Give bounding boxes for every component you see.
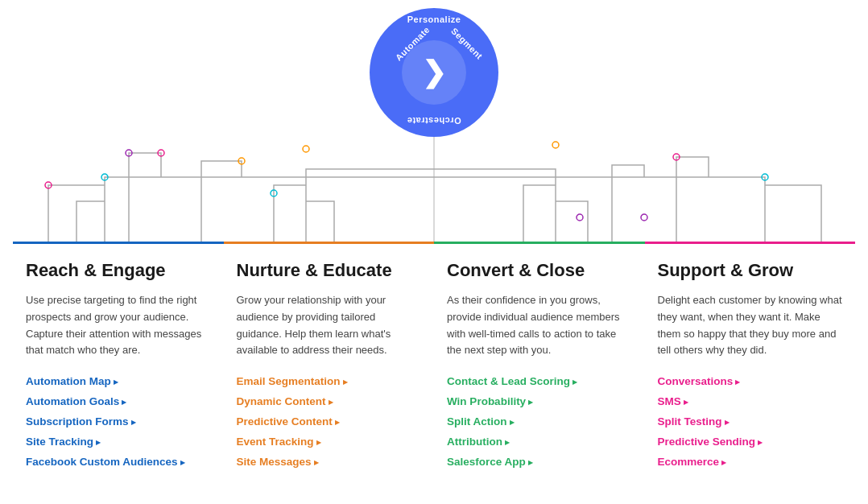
link-attribution[interactable]: Attribution	[447, 436, 632, 448]
link-subscription-forms[interactable]: Subscription Forms	[26, 415, 211, 428]
link-dynamic-content[interactable]: Dynamic Content	[237, 395, 422, 407]
label-personalize: Personalize	[407, 14, 461, 24]
chevron-icon: ❯	[422, 58, 446, 87]
link-conversations[interactable]: Conversations	[658, 375, 843, 387]
link-win-probability[interactable]: Win Probability	[447, 395, 632, 407]
link-predictive-sending[interactable]: Predictive Sending	[658, 436, 843, 448]
link-event-tracking[interactable]: Event Tracking	[237, 436, 422, 448]
link-predictive-content[interactable]: Predictive Content	[237, 415, 422, 428]
col-nurture: Nurture & Educate Grow your relationship…	[224, 242, 435, 476]
link-site-tracking[interactable]: Site Tracking	[26, 436, 211, 448]
col-nurture-title: Nurture & Educate	[237, 260, 422, 281]
svg-point-11	[641, 214, 647, 221]
col-convert: Convert & Close As their confidence in y…	[434, 242, 645, 476]
col-reach-title: Reach & Engage	[26, 260, 211, 281]
col-nurture-desc: Grow your relationship with your audienc…	[237, 292, 422, 359]
col-convert-title: Convert & Close	[447, 260, 632, 281]
col-support-desc: Delight each customer by knowing what th…	[658, 292, 843, 359]
link-automation-goals[interactable]: Automation Goals	[26, 395, 211, 407]
link-sms[interactable]: SMS	[658, 395, 843, 407]
svg-point-8	[552, 142, 559, 148]
col-convert-desc: As their confidence in you grows, provid…	[447, 292, 632, 359]
link-email-segmentation[interactable]: Email Segmentation	[237, 375, 422, 387]
label-orchestrate: Orchestrate	[407, 116, 461, 126]
link-facebook-custom[interactable]: Facebook Custom Audiences	[26, 456, 211, 468]
link-contact-lead-scoring[interactable]: Contact & Lead Scoring	[447, 375, 632, 387]
col-support: Support & Grow Delight each customer by …	[645, 242, 856, 476]
link-automation-map[interactable]: Automation Map	[26, 375, 211, 387]
link-split-action[interactable]: Split Action	[447, 415, 632, 428]
col-support-title: Support & Grow	[658, 260, 843, 281]
link-site-messages[interactable]: Site Messages	[237, 456, 422, 468]
link-ecommerce[interactable]: Ecommerce	[658, 456, 843, 468]
link-salesforce-app[interactable]: Salesforce App	[447, 456, 632, 468]
col-reach-desc: Use precise targeting to find the right …	[26, 292, 211, 359]
col-reach: Reach & Engage Use precise targeting to …	[13, 242, 224, 476]
center-circle[interactable]: Personalize Automate Segment Orchestrate…	[370, 8, 498, 137]
link-split-testing[interactable]: Split Testing	[658, 415, 843, 428]
svg-point-6	[303, 146, 309, 152]
columns-container: Reach & Engage Use precise targeting to …	[0, 242, 868, 476]
page-wrapper: Personalize Automate Segment Orchestrate…	[0, 0, 868, 504]
diagram-area: Personalize Automate Segment Orchestrate…	[0, 0, 868, 242]
svg-point-9	[577, 214, 583, 221]
